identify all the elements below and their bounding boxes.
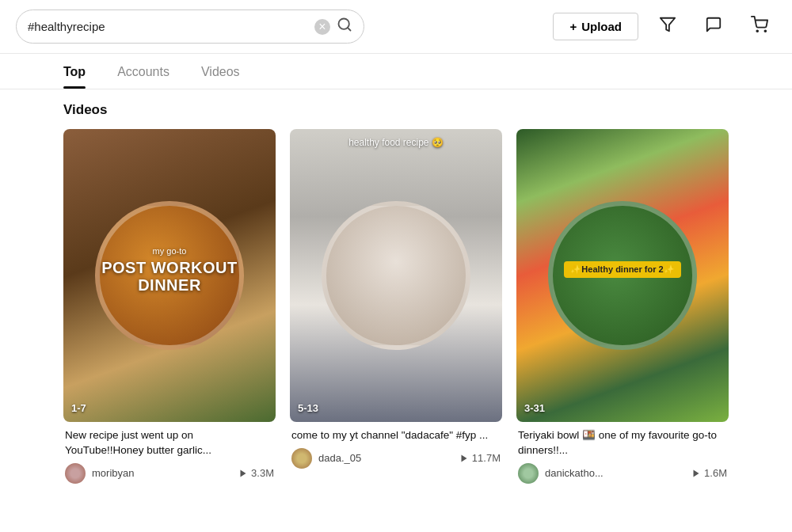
message-icon[interactable] [697, 13, 730, 41]
filter-icon[interactable] [651, 13, 684, 41]
video-meta-2: dada._05 11.7M [291, 448, 501, 469]
video-thumbnail-3: ✨Healthy dinner for 2✨ 3-31 [516, 129, 729, 422]
tab-accounts[interactable]: Accounts [117, 54, 169, 89]
video-grid: my go-to POST WORKOUT DINNER 1-7 New rec… [63, 129, 729, 487]
username-1: moribyan [92, 467, 232, 479]
search-input[interactable] [28, 20, 308, 33]
tab-top[interactable]: Top [63, 54, 86, 89]
thumb-date-3: 3-31 [524, 402, 721, 414]
search-icon[interactable] [337, 17, 352, 36]
svg-point-3 [756, 30, 758, 32]
thumb-overlay-3: ✨Healthy dinner for 2✨ 3-31 [516, 129, 729, 422]
play-icon-3 [691, 469, 701, 478]
video-info-1: New recipe just went up on YouTube!!Hone… [63, 422, 276, 487]
cart-icon[interactable] [743, 13, 776, 41]
thumb-center-text-1: my go-to POST WORKOUT DINNER [71, 246, 268, 294]
thumb-date-1: 1-7 [71, 402, 268, 414]
section-title: Videos [63, 102, 729, 118]
svg-marker-7 [694, 469, 699, 477]
video-info-3: Teriyaki bowl 🍱 one of my favourite go-t… [516, 422, 729, 487]
clear-icon[interactable]: × [314, 19, 330, 35]
svg-point-4 [764, 30, 766, 32]
video-thumbnail-1: my go-to POST WORKOUT DINNER 1-7 [63, 129, 276, 422]
video-desc-1: New recipe just went up on YouTube!!Hone… [65, 428, 274, 458]
video-meta-1: moribyan 3.3M [65, 463, 274, 484]
video-card-2[interactable]: healthy food recipe 🥺 5-13 come to my yt… [290, 129, 502, 487]
video-card-1[interactable]: my go-to POST WORKOUT DINNER 1-7 New rec… [63, 129, 276, 487]
avatar-2 [291, 448, 312, 469]
search-bar[interactable]: × [16, 10, 364, 44]
thumb-badge-3: ✨Healthy dinner for 2✨ [564, 261, 680, 278]
avatar-1 [65, 463, 86, 484]
svg-line-1 [348, 28, 351, 31]
video-info-2: come to my yt channel "dadacafe" #fyp ..… [290, 422, 502, 472]
play-icon-2 [459, 454, 469, 463]
video-desc-3: Teriyaki bowl 🍱 one of my favourite go-t… [518, 428, 727, 458]
video-thumbnail-2: healthy food recipe 🥺 5-13 [290, 129, 502, 422]
upload-plus-icon: + [569, 20, 577, 33]
play-count-3: 1.6M [691, 467, 727, 479]
main-content: Videos my go-to POST WORKOUT DINNER 1-7 [0, 89, 792, 487]
thumb-top-text-2: healthy food recipe 🥺 [298, 137, 494, 148]
username-3: danickatho... [545, 467, 685, 479]
tab-videos[interactable]: Videos [201, 54, 240, 89]
video-meta-3: danickatho... 1.6M [518, 463, 727, 484]
avatar-3 [518, 463, 539, 484]
thumb-date-2: 5-13 [298, 402, 494, 414]
video-card-3[interactable]: ✨Healthy dinner for 2✨ 3-31 Teriyaki bow… [516, 129, 729, 487]
header: × + Upload [0, 0, 792, 54]
upload-label: Upload [581, 20, 622, 33]
upload-button[interactable]: + Upload [553, 13, 638, 40]
username-2: dada._05 [318, 452, 453, 464]
play-count-2: 11.7M [459, 452, 501, 464]
svg-marker-6 [461, 454, 466, 462]
thumb-overlay-1: my go-to POST WORKOUT DINNER 1-7 [63, 129, 276, 422]
play-count-1: 3.3M [238, 467, 274, 479]
thumb-overlay-2: healthy food recipe 🥺 5-13 [290, 129, 502, 422]
tabs-bar: Top Accounts Videos [0, 54, 792, 89]
video-desc-2: come to my yt channel "dadacafe" #fyp ..… [291, 428, 501, 443]
svg-marker-2 [661, 17, 675, 31]
play-icon-1 [238, 469, 248, 478]
svg-marker-5 [241, 469, 246, 477]
